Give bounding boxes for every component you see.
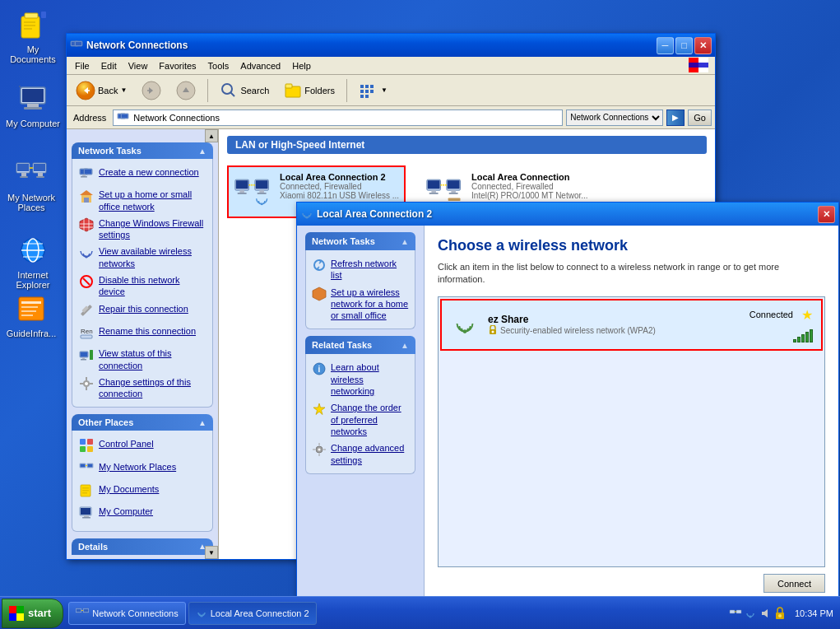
other-places-header[interactable]: Other Places ▲	[72, 414, 213, 431]
sidebar-link-my-computer[interactable]: My Computer	[76, 503, 209, 525]
view-options-arrow[interactable]: ▼	[381, 86, 388, 94]
network-item-ezshare[interactable]: ez Share Security-enabled wireless netwo…	[440, 299, 823, 351]
close-button[interactable]: ✕	[694, 37, 712, 54]
search-button[interactable]: Search	[214, 77, 275, 104]
sidebar-link-disable[interactable]: Disable this network device	[76, 272, 209, 301]
go-button[interactable]: Go	[688, 109, 712, 126]
svg-rect-48	[285, 84, 292, 88]
svg-rect-85	[81, 359, 86, 361]
network-tasks-header[interactable]: Network Tasks ▲	[72, 142, 213, 159]
sidebar-link-control-panel[interactable]: Control Panel	[76, 436, 209, 458]
wireless-link-order[interactable]: Change the order of preferred networks	[309, 399, 411, 440]
folders-button[interactable]: Folders	[278, 77, 341, 104]
wireless-link-learn[interactable]: i Learn about wireless networking	[309, 359, 411, 399]
maximize-button[interactable]: □	[675, 37, 693, 54]
back-button[interactable]: Back ▼	[70, 77, 132, 104]
menu-advanced[interactable]: Advanced	[235, 58, 285, 74]
details-header[interactable]: Details ▲	[72, 538, 213, 555]
lan-status: Connected, Firewalled	[471, 182, 588, 191]
menu-edit[interactable]: Edit	[96, 58, 122, 74]
address-input[interactable]: Network Connections	[113, 109, 563, 126]
desktop-icon-my-network-places[interactable]: My Network Places	[2, 156, 60, 212]
svg-rect-122	[431, 190, 436, 193]
svg-rect-93	[80, 439, 86, 445]
wireless-link-advanced[interactable]: Change advanced settings	[309, 440, 411, 468]
minimize-button[interactable]: ─	[657, 37, 674, 54]
wireless-link-setup[interactable]: Set up a wireless network for a home or …	[309, 284, 411, 324]
wireless-close-button[interactable]: ✕	[818, 206, 835, 223]
connect-button[interactable]: Connect	[763, 574, 825, 593]
svg-rect-90	[86, 387, 87, 390]
wireless-bottom-area: Connect	[438, 567, 825, 593]
sidebar-link-settings[interactable]: Change settings of this connection	[76, 374, 209, 403]
sidebar-link-status[interactable]: View status of this connection	[76, 345, 209, 374]
menu-file[interactable]: File	[70, 58, 95, 74]
svg-rect-83	[81, 352, 88, 357]
svg-rect-95	[80, 446, 86, 452]
left-sidebar: ▲ Network Tasks ▲	[67, 129, 219, 559]
sidebar-link-my-network[interactable]: My Network Places	[76, 459, 209, 481]
back-dropdown-arrow[interactable]: ▼	[120, 86, 127, 94]
menu-view[interactable]: View	[123, 58, 153, 74]
desktop-icon-guide-infra[interactable]: GuideInfra...	[2, 292, 60, 338]
wireless-network-tasks-header[interactable]: Network Tasks ▲	[305, 232, 415, 250]
start-button[interactable]: start	[2, 599, 63, 628]
desktop-icon-internet-explorer[interactable]: Internet Explorer	[4, 234, 62, 290]
sidebar-link-my-documents[interactable]: My Documents	[76, 481, 209, 503]
sidebar-link-create[interactable]: Create a new connection	[76, 164, 209, 186]
sidebar-link-wireless[interactable]: View available wireless networks	[76, 243, 209, 272]
my-documents-icon	[16, 8, 49, 41]
svg-marker-159	[762, 609, 768, 617]
svg-rect-52	[360, 90, 364, 93]
svg-point-144	[492, 331, 494, 333]
taskbar-item-network-connections[interactable]: Network Connections	[68, 602, 186, 625]
section-header-lan: LAN or High-Speed Internet	[227, 136, 707, 154]
menu-favorites[interactable]: Favorites	[154, 58, 201, 74]
signal-bar-4	[805, 332, 809, 342]
taskbar-time: 10:34 PM	[795, 608, 833, 618]
lan2-status: Connected, Firewalled	[280, 182, 399, 191]
svg-rect-138	[319, 443, 320, 445]
rename-icon: Ren	[79, 325, 94, 342]
wireless-link-refresh[interactable]: Refresh network list	[309, 255, 411, 284]
sidebar-link-firewall[interactable]: Change Windows Firewall settings	[76, 215, 209, 244]
address-dropdown[interactable]: Network Connections	[566, 109, 663, 126]
network-list[interactable]: ez Share Security-enabled wireless netwo…	[438, 296, 825, 567]
svg-rect-112	[239, 190, 244, 193]
address-arrow-button[interactable]: ▶	[666, 109, 685, 126]
tray-speaker-icon	[759, 607, 772, 620]
desktop-icon-my-documents[interactable]: My Documents	[4, 8, 62, 64]
wireless-titlebar[interactable]: Local Area Connection 2 ✕	[297, 203, 838, 226]
svg-rect-5	[41, 12, 46, 18]
desktop-icon-label: My Computer	[6, 119, 60, 128]
view-options-button[interactable]: ▼	[353, 77, 393, 104]
svg-rect-18	[20, 176, 28, 178]
sidebar-scroll-up[interactable]: ▲	[205, 129, 218, 142]
refresh-icon	[312, 258, 327, 275]
svg-rect-60	[122, 114, 128, 118]
svg-rect-10	[19, 86, 21, 87]
sidebar-scroll-down[interactable]: ▼	[205, 546, 218, 559]
svg-rect-33	[76, 42, 82, 46]
address-value: Network Connections	[133, 113, 220, 123]
svg-rect-115	[256, 180, 268, 189]
sidebar-link-home-office[interactable]: Set up a home or small office network	[76, 186, 209, 215]
network-connections-titlebar[interactable]: Network Connections ─ □ ✕	[67, 34, 715, 57]
sidebar-link-repair[interactable]: Repair this connection	[76, 301, 209, 323]
tray-security-icon	[773, 607, 787, 620]
up-button[interactable]	[170, 77, 202, 104]
svg-rect-55	[360, 95, 364, 98]
wireless-related-tasks-header[interactable]: Related Tasks ▲	[305, 336, 415, 354]
my-network-places-icon	[15, 156, 48, 189]
menu-help[interactable]: Help	[287, 58, 316, 74]
desktop-icon-my-computer[interactable]: My Computer	[4, 82, 62, 128]
svg-rect-125	[448, 180, 460, 189]
taskbar-item-wireless[interactable]: Local Area Connection 2	[188, 602, 317, 625]
forward-button[interactable]	[136, 77, 167, 104]
wireless-network-tasks-body: Refresh network list Set up a wireless n…	[305, 250, 415, 329]
svg-rect-53	[365, 90, 369, 93]
taskbar-tray: 10:34 PM	[722, 607, 840, 620]
menu-tools[interactable]: Tools	[203, 58, 234, 74]
sidebar-link-rename[interactable]: Ren Rename this connection	[76, 323, 209, 345]
svg-rect-89	[86, 377, 87, 380]
